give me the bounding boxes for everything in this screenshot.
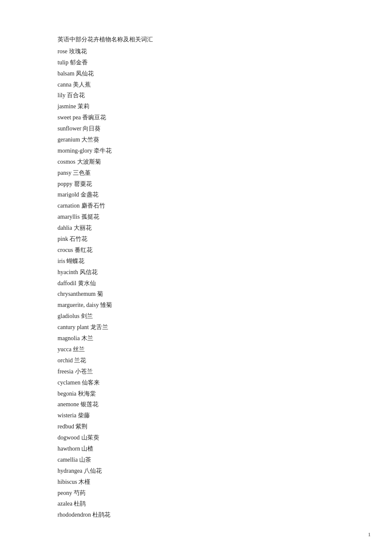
list-item: iris 蝴蝶花 [58,256,334,267]
list-item: rhododendron 杜鹃花 [58,509,334,520]
list-item: begonia 秋海棠 [58,388,334,399]
list-item: hydrangea 八仙花 [58,465,334,477]
list-item: chrysanthemum 菊 [58,289,334,300]
list-item: hawthorn 山楂 [58,443,334,454]
list-item: balsam 凤仙花 [58,68,334,79]
list-item: marguerite, daisy 雏菊 [58,300,334,311]
list-item: azalea 杜鹃 [58,498,334,509]
list-item: jasmine 茉莉 [58,101,334,112]
list-item: anemone 银莲花 [58,399,334,410]
list-item: pink 石竹花 [58,234,334,245]
list-item: dahlia 大丽花 [58,223,334,234]
list-item: carnation 麝香石竹 [58,200,334,211]
list-item: canna 美人蕉 [58,79,334,90]
main-content: 英语中部分花卉植物名称及相关词汇 rose 玫瑰花tulip 郁金香balsam… [0,0,392,555]
list-item: cyclamen 仙客来 [58,377,334,388]
list-item: magnolia 木兰 [58,333,334,344]
list-item: orchid 兰花 [58,355,334,366]
list-item: pansy 三色堇 [58,168,334,179]
list-item: rose 玫瑰花 [58,46,334,57]
list-item: daffodil 黄水仙 [58,278,334,289]
list-item: marigold 金盏花 [58,189,334,200]
list-item: hyacinth 风信花 [58,267,334,278]
list-item: sunflower 向日葵 [58,123,334,134]
list-item: cantury plant 龙舌兰 [58,322,334,333]
list-item: morning-glory 牵牛花 [58,145,334,156]
list-item: sweet pea 香豌豆花 [58,112,334,123]
list-item: yucca 丝兰 [58,344,334,355]
list-item: redbud 紫荆 [58,421,334,432]
list-item: hibiscus 木槿 [58,477,334,488]
document-title: 英语中部分花卉植物名称及相关词汇 [58,34,334,45]
list-item: geranium 大竺葵 [58,134,334,145]
list-item: freesia 小苍兰 [58,366,334,377]
page-number: 1 [368,531,371,538]
list-item: wisteria 柴藤 [58,410,334,421]
list-item: tulip 郁金香 [58,57,334,68]
list-item: lily 百合花 [58,90,334,101]
list-item: peony 芍药 [58,488,334,499]
list-item: dogwood 山茱萸 [58,432,334,443]
list-item: amaryllis 孤挺花 [58,211,334,223]
list-item: gladiolus 剑兰 [58,311,334,322]
list-item: crocus 番红花 [58,245,334,256]
list-item: poppy 罂粟花 [58,179,334,190]
list-item: camellia 山茶 [58,454,334,465]
list-item: cosmos 大波斯菊 [58,156,334,168]
